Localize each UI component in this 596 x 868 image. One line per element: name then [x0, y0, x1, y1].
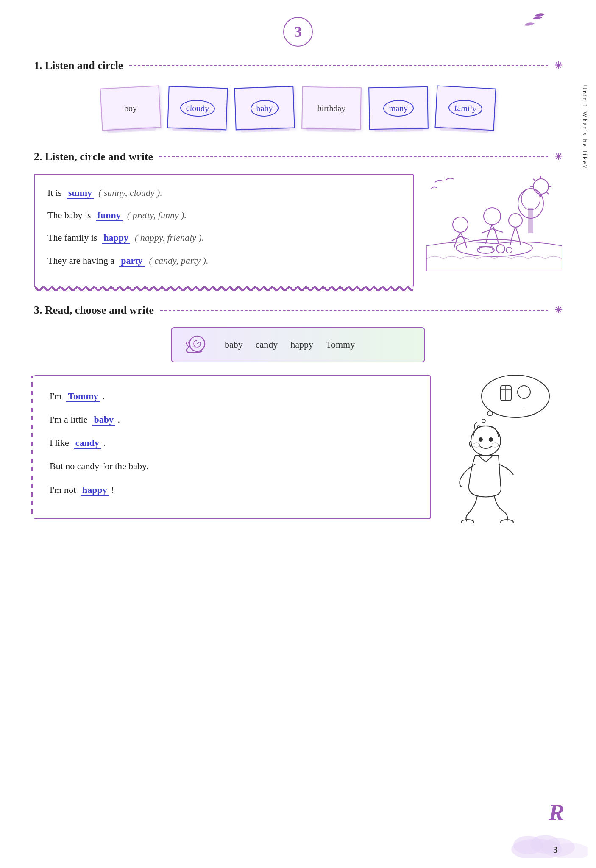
story-line1: I'm Tommy .	[50, 389, 415, 403]
word-card-family: family	[434, 85, 496, 131]
section2-textbox: It is sunny ( sunny, cloudy ). The baby …	[34, 174, 414, 287]
word-card-birthday-text: birthday	[317, 103, 345, 113]
section2-line3: The family is happy ( happy, friendly ).	[47, 230, 400, 245]
section3-label: 3. Read, choose and write	[34, 304, 154, 317]
answer-sunny: sunny	[67, 187, 94, 199]
word-card-baby: baby	[234, 86, 295, 131]
word-bank-tommy: Tommy	[326, 339, 355, 350]
r-decoration: R	[549, 799, 564, 826]
answer-funny: funny	[96, 210, 123, 221]
story-answer-baby: baby	[92, 414, 115, 426]
section2-line2: The baby is funny ( pretty, funny ).	[47, 208, 400, 223]
svg-point-11	[453, 217, 468, 232]
svg-point-17	[506, 247, 512, 253]
section2-header: 2. Listen, circle and write ✳	[34, 150, 562, 163]
svg-point-32	[479, 437, 483, 442]
page-number-circle: 3	[283, 17, 313, 47]
word-card-baby-text: baby	[250, 99, 279, 117]
svg-point-10	[456, 239, 532, 256]
svg-point-13	[509, 214, 522, 227]
svg-line-6	[546, 192, 549, 194]
word-card-boy-text: boy	[124, 103, 137, 114]
word-bank: baby candy happy Tommy	[171, 327, 425, 362]
section2-dashline	[159, 156, 548, 157]
word-bank-happy: happy	[290, 339, 313, 350]
section2-label: 2. Listen, circle and write	[34, 150, 153, 163]
word-card-cloudy: cloudy	[167, 86, 228, 131]
word-cards-row: boy cloudy baby birthday many family	[34, 83, 562, 134]
section1-dashline	[129, 65, 548, 66]
answer-happy: happy	[102, 232, 130, 244]
svg-point-29	[482, 419, 485, 423]
section3: 3. Read, choose and write ✳	[34, 304, 562, 525]
story-line2: I'm a little baby .	[50, 412, 415, 427]
svg-point-9	[521, 189, 540, 210]
svg-point-0	[533, 179, 549, 194]
story-line5: I'm not happy !	[50, 482, 415, 497]
section2-line1: It is sunny ( sunny, cloudy ).	[47, 185, 400, 200]
word-card-birthday: birthday	[301, 86, 362, 130]
answer-party: party	[119, 255, 144, 267]
story-section: I'm Tommy . I'm a little baby . I like c…	[34, 375, 562, 525]
page-number: 3	[294, 23, 302, 41]
bird-decoration	[515, 13, 549, 40]
section2-content: It is sunny ( sunny, cloudy ). The baby …	[34, 174, 562, 287]
word-card-many-text: many	[383, 100, 414, 117]
cloud-decoration	[503, 824, 588, 860]
snail-icon	[184, 334, 208, 355]
section2: 2. Listen, circle and write ✳ It is sunn…	[34, 150, 562, 287]
svg-line-19	[187, 344, 189, 347]
section3-star: ✳	[554, 305, 562, 316]
story-line4: But no candy for the baby.	[50, 459, 415, 473]
page-container: Unit 1 What's he like? 3 1. Listen and c…	[0, 0, 596, 868]
svg-point-20	[186, 342, 187, 344]
svg-point-16	[496, 245, 505, 253]
picnic-illustration	[426, 174, 562, 271]
word-card-cloudy-text: cloudy	[180, 99, 215, 117]
svg-rect-7	[528, 208, 533, 233]
word-card-boy: boy	[100, 85, 161, 131]
section1-label: 1. Listen and circle	[34, 59, 123, 72]
section3-dashline	[160, 310, 548, 311]
word-card-many: many	[368, 86, 429, 130]
svg-point-33	[489, 437, 493, 442]
section1-star: ✳	[554, 60, 562, 71]
word-bank-candy: candy	[256, 339, 278, 350]
story-line3: I like candy .	[50, 435, 415, 450]
svg-point-36	[461, 520, 474, 523]
section1: 1. Listen and circle ✳ boy cloudy baby b…	[34, 59, 562, 134]
word-card-family-text: family	[448, 99, 483, 117]
svg-point-34	[473, 443, 480, 447]
section2-line4: They are having a party ( candy, party )…	[47, 253, 400, 268]
section2-star: ✳	[554, 151, 562, 162]
boy-illustration	[443, 375, 562, 525]
word-bank-words: baby candy happy Tommy	[225, 339, 355, 350]
section1-header: 1. Listen and circle ✳	[34, 59, 562, 72]
svg-point-12	[484, 208, 501, 225]
story-answer-candy: candy	[74, 437, 101, 449]
svg-point-22	[188, 342, 189, 343]
story-answer-tommy: Tommy	[66, 391, 100, 402]
bottom-page-number: 3	[553, 844, 558, 855]
section3-header: 3. Read, choose and write ✳	[34, 304, 562, 317]
story-box: I'm Tommy . I'm a little baby . I like c…	[34, 375, 431, 519]
svg-point-26	[518, 386, 530, 398]
side-label: Unit 1 What's he like?	[581, 85, 588, 169]
story-answer-happy: happy	[81, 484, 109, 496]
svg-point-35	[492, 443, 499, 447]
word-bank-baby: baby	[225, 339, 243, 350]
svg-line-5	[533, 179, 535, 181]
svg-point-28	[487, 411, 493, 416]
